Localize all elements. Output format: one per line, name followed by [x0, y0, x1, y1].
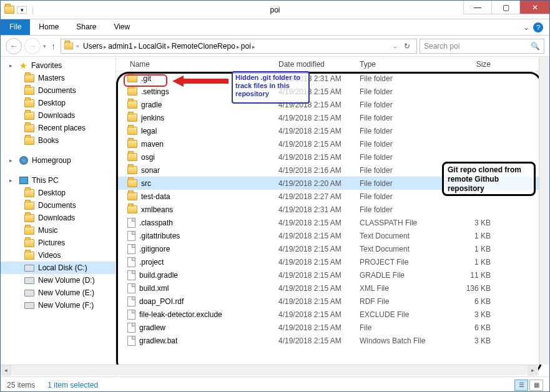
breadcrumb-item[interactable]: LocalGit — [137, 42, 167, 51]
sidebar-item[interactable]: Masters — [1, 72, 115, 84]
close-button[interactable]: ✕ — [519, 1, 549, 14]
ribbon-expand-icon[interactable]: ⌄ — [523, 23, 529, 32]
sidebar-item[interactable]: Downloads — [1, 212, 115, 224]
file-type: File folder — [360, 140, 447, 149]
sidebar-item[interactable]: Music — [1, 224, 115, 237]
breadcrumb-bar[interactable]: « Users▸admin1▸LocalGit▸RemoteCloneRepo▸… — [61, 39, 417, 54]
file-row[interactable]: maven4/19/2018 2:15 AMFile folder — [116, 137, 549, 150]
breadcrumb-item[interactable]: RemoteCloneRepo — [170, 42, 237, 51]
chevron-right-icon[interactable]: ▸ — [252, 44, 255, 50]
sidebar-item[interactable]: New Volume (F:) — [1, 299, 115, 311]
file-row[interactable]: build.xml4/19/2018 2:15 AMXML File136 KB — [116, 282, 549, 295]
status-bar: 25 items 1 item selected ☰ ▦ — [1, 376, 549, 392]
file-size: 6 KB — [447, 297, 503, 306]
nav-back-button[interactable]: ← — [6, 38, 22, 54]
file-row[interactable]: file-leak-detector.exclude4/19/2018 2:15… — [116, 308, 549, 321]
file-date: 4/19/2018 2:15 AM — [278, 245, 360, 253]
search-input[interactable]: Search poi 🔍 — [420, 39, 544, 54]
file-row[interactable]: build.gradle4/19/2018 2:15 AMGRADLE File… — [116, 268, 549, 282]
breadcrumb-item[interactable]: Users — [82, 42, 104, 51]
nav-favorites[interactable]: ▸★Favorites — [1, 59, 115, 72]
file-row[interactable]: doap_POI.rdf4/19/2018 2:15 AMRDF File6 K… — [116, 295, 549, 308]
ribbon-view[interactable]: View — [105, 19, 139, 35]
folder-icon — [127, 179, 137, 187]
column-date[interactable]: Date modified — [278, 60, 360, 69]
ribbon-home[interactable]: Home — [30, 19, 67, 35]
ribbon-tabs: File Home Share View ⌄ ? — [1, 19, 549, 36]
sidebar-item[interactable]: Recent places — [1, 122, 115, 134]
ribbon-file[interactable]: File — [1, 19, 30, 35]
file-type: CLASSPATH File — [360, 218, 447, 227]
column-name[interactable]: Name — [116, 60, 278, 69]
column-size[interactable]: Size — [447, 60, 503, 69]
nav-homegroup[interactable]: ▸Homegroup — [1, 154, 115, 167]
sidebar-item[interactable]: Books — [1, 134, 115, 147]
file-type: File folder — [360, 205, 447, 214]
view-details-button[interactable]: ☰ — [514, 380, 528, 391]
refresh-icon[interactable]: ↻ — [400, 42, 414, 51]
chevron-right-icon[interactable]: ▸ — [134, 44, 137, 50]
file-icon — [127, 296, 135, 306]
chevron-left-icon[interactable]: « — [76, 43, 79, 49]
nav-history-dropdown-icon[interactable]: ▾ — [43, 43, 46, 49]
search-icon: 🔍 — [531, 42, 540, 51]
drive-icon — [24, 302, 34, 309]
file-row[interactable]: xmlbeans4/19/2018 2:31 AMFile folder — [116, 203, 549, 216]
sidebar-item[interactable]: Desktop — [1, 97, 115, 109]
folder-icon — [24, 214, 34, 222]
drive-icon — [24, 265, 34, 272]
sidebar-item[interactable]: New Volume (D:) — [1, 274, 115, 287]
file-name: .gitattributes — [139, 232, 180, 240]
folder-icon — [24, 124, 34, 132]
file-row[interactable]: .settings4/19/2018 2:15 AMFile folder — [116, 85, 549, 98]
file-size: 1 KB — [447, 258, 503, 267]
file-row[interactable]: .classpath4/19/2018 2:15 AMCLASSPATH Fil… — [116, 216, 549, 229]
file-row[interactable]: gradlew4/19/2018 2:15 AMFile6 KB — [116, 321, 549, 334]
file-type: File folder — [360, 179, 447, 188]
file-name: xmlbeans — [141, 205, 173, 214]
sidebar-item[interactable]: Documents — [1, 84, 115, 97]
view-icons-button[interactable]: ▦ — [529, 380, 543, 391]
qat-dropdown[interactable]: ▾ — [17, 6, 27, 14]
sidebar-item[interactable]: Videos — [1, 249, 115, 262]
folder-icon — [127, 166, 137, 174]
vertical-scrollbar[interactable] — [539, 57, 549, 365]
file-row[interactable]: .project4/19/2018 2:15 AMPROJECT File1 K… — [116, 255, 549, 268]
file-name: jenkins — [141, 114, 164, 122]
nav-thispc[interactable]: ▸This PC — [1, 174, 115, 187]
file-type: File folder — [360, 192, 447, 201]
file-row[interactable]: .git4/19/2018 2:31 AMFile folder — [116, 72, 549, 85]
file-row[interactable]: gradlew.bat4/19/2018 2:15 AMWindows Batc… — [116, 334, 549, 347]
sidebar-item[interactable]: Pictures — [1, 237, 115, 249]
sidebar-item[interactable]: Desktop — [1, 187, 115, 199]
breadcrumb-dropdown-icon[interactable]: ⌄ — [393, 43, 398, 49]
sidebar-item[interactable]: Documents — [1, 199, 115, 212]
file-date: 4/19/2018 2:15 AM — [278, 271, 360, 280]
nav-forward-button[interactable]: → — [24, 38, 41, 54]
file-row[interactable]: legal4/19/2018 2:15 AMFile folder — [116, 124, 549, 137]
help-icon[interactable]: ? — [533, 22, 543, 32]
breadcrumb-item[interactable]: poi — [240, 42, 252, 51]
file-row[interactable]: .gitignore4/19/2018 2:15 AMText Document… — [116, 242, 549, 255]
file-row[interactable]: jenkins4/19/2018 2:15 AMFile folder — [116, 111, 549, 124]
chevron-right-icon[interactable]: ▸ — [167, 44, 170, 50]
ribbon-share[interactable]: Share — [67, 19, 105, 35]
minimize-button[interactable]: — — [463, 1, 491, 14]
file-type: File folder — [360, 127, 447, 135]
annotation-black-callout: Git repo cloned from remote Github repos… — [442, 162, 536, 196]
maximize-button[interactable]: ▢ — [491, 1, 519, 14]
column-type[interactable]: Type — [360, 60, 447, 69]
breadcrumb-item[interactable]: admin1 — [107, 42, 134, 51]
scroll-right-icon[interactable]: ▸ — [528, 365, 538, 376]
file-row[interactable]: .gitattributes4/19/2018 2:15 AMText Docu… — [116, 229, 549, 242]
file-type: EXCLUDE File — [360, 310, 447, 319]
horizontal-scrollbar[interactable]: ◂ ▸ — [1, 365, 538, 375]
scroll-left-icon[interactable]: ◂ — [1, 365, 11, 376]
sidebar-item[interactable]: Local Disk (C:) — [1, 262, 115, 274]
file-row[interactable]: gradle4/19/2018 2:15 AMFile folder — [116, 98, 549, 111]
sidebar-item[interactable]: New Volume (E:) — [1, 287, 115, 299]
folder-icon — [24, 99, 34, 107]
folder-icon — [127, 127, 137, 135]
sidebar-item[interactable]: Downloads — [1, 109, 115, 122]
nav-up-button[interactable]: ↑ — [49, 41, 58, 51]
